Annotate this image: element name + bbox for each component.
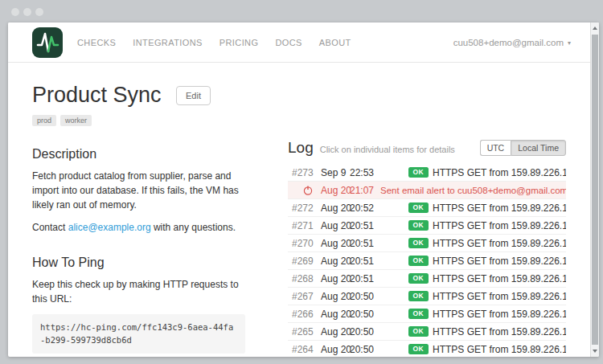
log-row-detail: HTTPS GET from 159.89.226.126-my-fancy-s… [433,256,566,267]
log-row[interactable]: #272Aug 2020:52OKHTTPS GET from 159.89.2… [288,199,566,217]
log-row-time: 20:52 [350,202,408,214]
alert-icon [303,186,313,195]
tag-prod: prod [32,115,56,126]
log-row-detail: HTTPS GET from 159.89.226.126-my-fancy-s… [433,309,566,320]
ping-url-instruction: Keep this check up by making HTTP reques… [32,277,245,306]
log-row-time: 20:50 [350,291,408,302]
log-row-time: 20:50 [350,344,408,355]
nav-menu: CHECKSINTEGRATIONSPRICINGDOCSABOUT [77,22,351,63]
ok-badge: OK [408,309,429,320]
log-row-detail: HTTPS GET from 159.89.226.126-my-fancy-s… [433,220,566,231]
chevron-down-icon: ▾ [568,39,571,47]
timezone-button-local-time[interactable]: Local Time [511,140,566,156]
account-email: cuu508+demo@gmail.com [453,38,564,47]
log-alert-row[interactable]: Aug 2021:07Sent email alert to cuu508+de… [288,182,566,199]
description-heading: Description [32,147,245,162]
log-row-detail: HTTPS GET from 159.89.226.126-my-fancy-s… [433,273,566,284]
log-row-time: 21:07 [350,185,374,196]
alert-icon-cell [292,186,313,195]
description-text: Fetch product catalog from supplier, par… [32,169,245,212]
window-control-dot[interactable] [11,8,19,16]
app-logo[interactable] [32,27,63,58]
log-row-time: 20:51 [350,238,408,249]
log-row-number: #271 [292,220,313,231]
log-row-number: #272 [292,202,313,214]
ok-badge: OK [408,291,429,302]
log-row[interactable]: #269Aug 2020:51OKHTTPS GET from 159.89.2… [288,252,566,270]
pulse-logo-icon [32,27,63,58]
log-row[interactable]: #270Aug 2020:51OKHTTPS GET from 159.89.2… [288,235,566,252]
ok-badge: OK [408,256,429,267]
nav-item-checks[interactable]: CHECKS [77,38,116,47]
tag-list: prodworker [32,115,566,126]
ok-badge: OK [408,202,429,214]
contact-prefix: Contact [32,222,68,233]
window-controls [11,8,43,16]
log-subtitle: Click on individual items for details [320,145,455,154]
log-row-time: 20:51 [350,220,408,231]
ok-badge: OK [408,344,429,355]
log-row-number: #270 [292,238,313,249]
log-row-time: 20:50 [350,326,408,337]
ping-url-code[interactable]: https://hc-ping.com/ffc143c9-6aea-44fa-b… [32,314,245,354]
window-control-dot[interactable] [35,8,43,16]
timezone-toggle: UTCLocal Time [480,140,566,156]
log-row-event: HTTPS GET from 159.89.226.126 [433,326,566,337]
log-row-event: HTTPS GET from 159.89.226.126 [433,273,566,284]
page-title: Product Sync [32,83,162,107]
log-row[interactable]: #265Aug 2020:50OKHTTPS GET from 159.89.2… [288,323,566,341]
log-row[interactable]: #268Aug 2020:51OKHTTPS GET from 159.89.2… [288,270,566,288]
log-row-detail: HTTPS GET from 159.89.226.126-my-fancy-s… [433,202,566,214]
scroll-up-arrow[interactable] [591,22,599,34]
log-row-detail: HTTPS GET from 159.89.226.126-my-fancy-s… [433,167,566,178]
log-column: Log Click on individual items for detail… [288,126,566,357]
log-row[interactable]: #271Aug 2020:51OKHTTPS GET from 159.89.2… [288,217,566,235]
scroll-down-arrow[interactable] [591,346,599,357]
log-row[interactable]: #273Sep 922:53OKHTTPS GET from 159.89.22… [288,164,566,182]
log-row-time: 20:51 [350,256,408,267]
window-control-dot[interactable] [23,8,31,16]
vertical-scrollbar[interactable] [590,22,599,357]
ok-badge: OK [408,238,429,249]
log-row-event: HTTPS GET from 159.89.226.126 [433,238,566,249]
nav-item-integrations[interactable]: INTEGRATIONS [133,38,203,47]
contact-line: Contact alice@example.org with any quest… [32,220,245,235]
log-header: Log Click on individual items for detail… [288,139,566,157]
page-window: CHECKSINTEGRATIONSPRICINGDOCSABOUT cuu50… [8,22,599,357]
log-row-badge-cell: OK [408,167,433,178]
log-row-badge-cell: OK [408,309,433,320]
log-row-date: Aug 20 [321,273,350,284]
log-row[interactable]: #264Aug 2020:50OKHTTPS GET from 159.89.2… [288,341,566,357]
page-header: Product Sync Edit prodworker [8,63,590,126]
log-row-date: Aug 20 [321,185,350,196]
log-row[interactable]: #266Aug 2020:50OKHTTPS GET from 159.89.2… [288,305,566,323]
page-content: Product Sync Edit prodworker Description… [8,63,590,357]
log-row-number: #269 [292,256,313,267]
log-row-event: HTTPS GET from 159.89.226.126 [433,344,566,355]
edit-button[interactable]: Edit [176,86,211,105]
nav-item-docs[interactable]: DOCS [275,38,302,47]
timezone-button-utc[interactable]: UTC [480,140,511,156]
log-row-badge-cell: OK [408,291,433,302]
nav-item-about[interactable]: ABOUT [319,38,351,47]
ok-badge: OK [408,167,429,178]
log-row-number: #265 [292,326,313,337]
log-row-detail: HTTPS GET from 159.89.226.126-my-fancy-s… [433,344,566,355]
log-row[interactable]: #267Aug 2020:50OKHTTPS GET from 159.89.2… [288,288,566,305]
log-row-event: HTTPS GET from 159.89.226.126 [433,167,566,178]
ok-badge: OK [408,273,429,284]
account-menu[interactable]: cuu508+demo@gmail.com ▾ [453,22,571,63]
contact-suffix: with any questions. [151,222,236,233]
nav-item-pricing[interactable]: PRICING [219,38,259,47]
how-to-ping-heading: How To Ping [32,256,245,270]
log-row-date: Aug 20 [321,326,350,337]
log-row-badge-cell: OK [408,238,433,249]
log-row-date: Aug 20 [321,220,350,231]
scrollbar-thumb[interactable] [592,35,598,345]
log-row-badge-cell: OK [408,256,433,267]
contact-email-link[interactable]: alice@example.org [68,222,151,233]
log-row-date: Aug 20 [321,344,350,355]
log-row-detail: HTTPS GET from 159.89.226.126-my-fancy-s… [433,326,566,337]
log-table: #273Sep 922:53OKHTTPS GET from 159.89.22… [288,164,566,357]
log-row-number: #267 [292,291,313,302]
